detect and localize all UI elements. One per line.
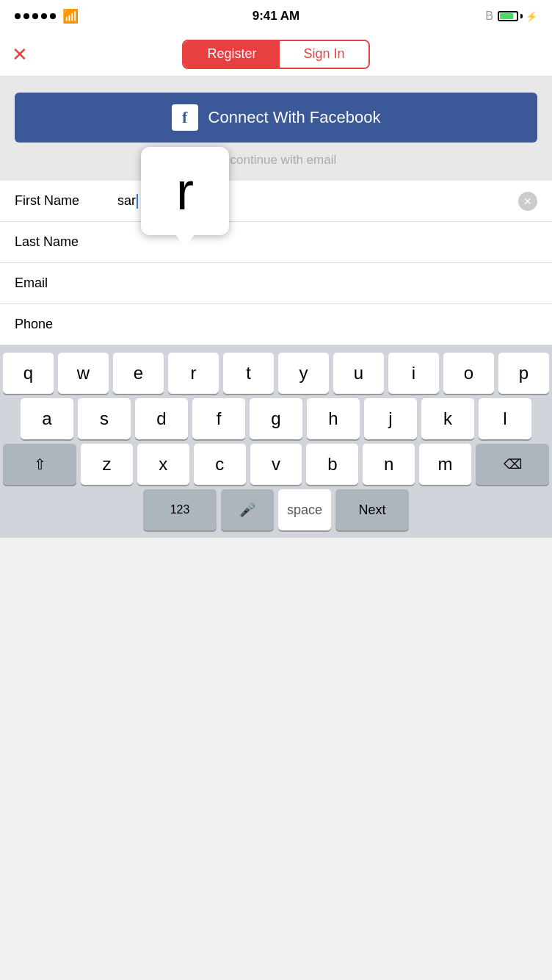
key-l[interactable]: l bbox=[479, 398, 531, 439]
text-cursor bbox=[137, 194, 138, 209]
header: ✕ Register Sign In bbox=[0, 32, 552, 76]
tab-group: Register Sign In bbox=[182, 40, 369, 69]
key-popup: r bbox=[141, 147, 229, 235]
facebook-button-text: Connect With Facebook bbox=[208, 108, 381, 127]
bluetooth-icon: B bbox=[485, 10, 493, 23]
clear-first-name-button[interactable]: ✕ bbox=[518, 192, 537, 211]
battery: ⚡ bbox=[498, 11, 537, 22]
signal-dot-3 bbox=[32, 13, 38, 19]
battery-bolt-icon: ⚡ bbox=[526, 11, 537, 22]
close-button[interactable]: ✕ bbox=[12, 45, 28, 64]
key-e[interactable]: e bbox=[113, 353, 164, 394]
keyboard-row-3: ⇧ z x c v b n m ⌫ bbox=[3, 444, 549, 485]
signal-dot-1 bbox=[15, 13, 21, 19]
signal-dot-2 bbox=[23, 13, 29, 19]
key-s[interactable]: s bbox=[78, 398, 131, 439]
key-p[interactable]: p bbox=[498, 353, 549, 394]
key-b[interactable]: b bbox=[306, 444, 358, 485]
keyboard: q w e r t y u i o p a s d f g h j k l ⇧ … bbox=[0, 345, 552, 538]
signal-dot-4 bbox=[41, 13, 47, 19]
space-key[interactable]: space bbox=[278, 489, 331, 530]
facebook-icon: f bbox=[172, 104, 198, 131]
key-v[interactable]: v bbox=[250, 444, 302, 485]
last-name-row: Last Name bbox=[0, 222, 552, 263]
signal-dot-5 bbox=[50, 13, 56, 19]
key-g[interactable]: g bbox=[250, 398, 302, 439]
status-time: 9:41 AM bbox=[253, 9, 300, 24]
battery-fill bbox=[500, 13, 513, 19]
key-z[interactable]: z bbox=[81, 444, 133, 485]
status-bar: 📶 9:41 AM B ⚡ bbox=[0, 0, 552, 32]
space-label: space bbox=[287, 502, 322, 518]
key-q[interactable]: q bbox=[3, 353, 54, 394]
or-continue-text: or continue with email bbox=[15, 153, 537, 167]
email-row: Email bbox=[0, 263, 552, 304]
key-j[interactable]: j bbox=[364, 398, 417, 439]
phone-input[interactable] bbox=[117, 317, 537, 332]
shift-icon: ⇧ bbox=[34, 455, 46, 473]
key-k[interactable]: k bbox=[421, 398, 474, 439]
phone-row: Phone bbox=[0, 304, 552, 345]
key-r[interactable]: r bbox=[168, 353, 219, 394]
mic-icon: 🎤 bbox=[239, 502, 255, 518]
tab-register[interactable]: Register bbox=[184, 41, 280, 68]
numbers-label: 123 bbox=[170, 503, 190, 516]
keyboard-row-4: 123 🎤 space Next bbox=[3, 489, 549, 530]
status-right: B ⚡ bbox=[485, 10, 537, 23]
key-a[interactable]: a bbox=[21, 398, 73, 439]
keyboard-row-2: a s d f g h j k l bbox=[3, 398, 549, 439]
mic-key[interactable]: 🎤 bbox=[221, 489, 274, 530]
numbers-key[interactable]: 123 bbox=[143, 489, 217, 530]
key-c[interactable]: c bbox=[194, 444, 246, 485]
wifi-icon: 📶 bbox=[62, 8, 79, 24]
battery-tip bbox=[520, 14, 523, 18]
email-label: Email bbox=[15, 275, 117, 291]
key-u[interactable]: u bbox=[333, 353, 384, 394]
signal-area: 📶 bbox=[15, 8, 79, 24]
facebook-section: f Connect With Facebook or continue with… bbox=[0, 76, 552, 181]
tab-signin[interactable]: Sign In bbox=[280, 41, 368, 68]
key-y[interactable]: y bbox=[278, 353, 329, 394]
first-name-row: First Name sar ✕ r bbox=[0, 181, 552, 222]
key-o[interactable]: o bbox=[443, 353, 494, 394]
key-m[interactable]: m bbox=[419, 444, 471, 485]
key-w[interactable]: w bbox=[58, 353, 109, 394]
key-h[interactable]: h bbox=[307, 398, 360, 439]
key-x[interactable]: x bbox=[137, 444, 189, 485]
next-label: Next bbox=[358, 502, 385, 518]
key-i[interactable]: i bbox=[388, 353, 439, 394]
phone-label: Phone bbox=[15, 317, 117, 332]
key-n[interactable]: n bbox=[363, 444, 415, 485]
key-f[interactable]: f bbox=[192, 398, 245, 439]
email-input[interactable] bbox=[117, 275, 537, 291]
backspace-key[interactable]: ⌫ bbox=[476, 444, 549, 485]
battery-body bbox=[498, 11, 518, 21]
key-d[interactable]: d bbox=[135, 398, 188, 439]
facebook-connect-button[interactable]: f Connect With Facebook bbox=[15, 93, 537, 143]
shift-key[interactable]: ⇧ bbox=[3, 444, 76, 485]
next-key[interactable]: Next bbox=[335, 489, 409, 530]
last-name-label: Last Name bbox=[15, 234, 117, 250]
first-name-label: First Name bbox=[15, 193, 117, 209]
key-t[interactable]: t bbox=[223, 353, 274, 394]
backspace-icon: ⌫ bbox=[504, 456, 522, 472]
keyboard-row-1: q w e r t y u i o p bbox=[3, 353, 549, 394]
form-section: First Name sar ✕ r Last Name Email Phone bbox=[0, 181, 552, 345]
signal-dots bbox=[15, 13, 56, 19]
